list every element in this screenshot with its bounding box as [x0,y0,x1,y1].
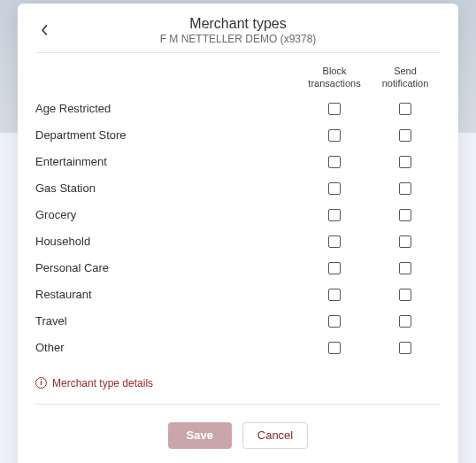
block-checkbox[interactable] [328,103,341,115]
table-row: Entertainment [35,149,441,175]
merchant-type-details-link[interactable]: i Merchant type details [35,377,441,405]
table-row: Travel [35,308,441,335]
table-row: Personal Care [35,255,441,282]
notify-checkbox[interactable] [399,315,411,328]
block-checkbox[interactable] [328,289,341,301]
dialog-actions: Save Cancel [35,422,441,449]
column-header-notify: Send notification [370,66,441,90]
block-checkbox[interactable] [328,129,341,142]
details-link-label: Merchant type details [52,377,153,390]
block-checkbox[interactable] [328,315,341,328]
row-label: Other [35,341,299,354]
row-label: Gas Station [35,181,299,195]
notify-checkbox[interactable] [399,235,411,248]
table-header-row: Block transactions Send notification [35,66,441,96]
table-row: Department Store [35,122,441,149]
notify-checkbox[interactable] [399,103,411,115]
table-row: Age Restricted [35,96,441,122]
block-checkbox[interactable] [328,182,341,195]
notify-checkbox[interactable] [399,342,411,354]
merchant-table: Block transactions Send notification Age… [35,66,441,361]
cancel-button[interactable]: Cancel [242,422,308,449]
table-row: Other [35,335,441,361]
table-row: Grocery [35,202,441,228]
column-header-block: Block transactions [299,66,370,90]
row-label: Travel [35,314,299,328]
notify-checkbox[interactable] [399,262,411,274]
save-button[interactable]: Save [168,422,232,449]
notify-checkbox[interactable] [399,182,411,195]
block-checkbox[interactable] [328,262,341,274]
back-button[interactable] [35,21,53,39]
row-label: Personal Care [35,261,299,274]
page-title: Merchant types [35,16,441,32]
notify-checkbox[interactable] [399,209,411,221]
table-row: Gas Station [35,175,441,202]
page-subtitle: F M NETTELLER DEMO (x9378) [35,33,441,45]
notify-checkbox[interactable] [399,129,411,142]
table-row: Household [35,228,441,255]
block-checkbox[interactable] [328,235,341,248]
row-label: Grocery [35,208,299,221]
info-icon: i [35,377,47,389]
block-checkbox[interactable] [328,209,341,221]
dialog-header: Merchant types F M NETTELLER DEMO (x9378… [35,16,441,53]
row-label: Entertainment [35,155,299,168]
notify-checkbox[interactable] [399,289,411,301]
block-checkbox[interactable] [328,342,341,354]
row-label: Household [35,235,299,248]
notify-checkbox[interactable] [399,156,411,168]
row-label: Restaurant [35,288,299,301]
chevron-left-icon [41,25,48,35]
row-label: Age Restricted [35,102,299,115]
row-label: Department Store [35,128,299,142]
block-checkbox[interactable] [328,156,341,168]
table-row: Restaurant [35,282,441,308]
